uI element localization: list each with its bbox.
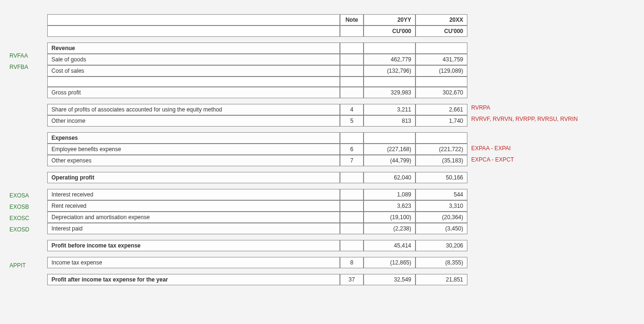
row-gross-profit: Gross profit 329,983 302,670 <box>47 87 467 98</box>
row-revenue-header: Revenue <box>47 43 467 54</box>
label: Interest received <box>47 189 340 200</box>
code-rvfba: RVFBA <box>5 61 47 73</box>
label: Interest paid <box>47 223 340 234</box>
financial-statement: RVFAA RVFBA <box>5 14 639 289</box>
statement-table: Note 20YY 20XX CU'000 CU'000 Revenue Sal… <box>47 14 467 285</box>
code-exosc: EXOSC <box>5 213 47 224</box>
code-expaa: EXPAA - EXPAI <box>471 143 578 154</box>
row-income-tax: Income tax expense 8 (12,865) (8,355) <box>47 257 467 268</box>
code-appit: APPIT <box>5 260 47 271</box>
label: Gross profit <box>47 87 340 98</box>
label-expenses: Expenses <box>47 132 340 144</box>
row-profit-before-tax: Profit before income tax expense 45,414 … <box>47 240 467 251</box>
code-expca: EXPCA - EXPCT <box>471 154 578 165</box>
label: Depreciation and amortisation expense <box>47 212 340 223</box>
label: Other income <box>47 115 340 127</box>
row-other-income: Other income 5 813 1,740 <box>47 115 467 127</box>
label: Income tax expense <box>47 257 340 268</box>
row-share-profits: Share of profits of associates accounted… <box>47 104 467 115</box>
label: Profit before income tax expense <box>47 240 340 251</box>
header-blank <box>47 14 340 26</box>
row-blank <box>47 77 467 87</box>
left-code-column: RVFAA RVFBA <box>5 14 47 289</box>
row-emp-benefits: Employee benefits expense 6 (227,168) (2… <box>47 144 467 155</box>
code-rvrpa: RVRPA <box>471 102 578 113</box>
code-rvfaa: RVFAA <box>5 50 47 61</box>
label-revenue: Revenue <box>47 43 340 54</box>
label: Share of profits of associates accounted… <box>47 104 340 115</box>
row-expenses-header: Expenses <box>47 132 467 144</box>
row-profit-after-tax: Profit after income tax expense for the … <box>47 274 467 285</box>
label: Cost of sales <box>47 65 340 77</box>
header-year2: 20XX <box>415 14 467 26</box>
code-exosb: EXOSB <box>5 201 47 213</box>
label: Profit after income tax expense for the … <box>47 274 340 285</box>
header-year1: 20YY <box>364 14 415 26</box>
header-note: Note <box>340 14 364 26</box>
row-operating-profit: Operating profit 62,040 50,166 <box>47 172 467 183</box>
row-cost-sales: Cost of sales (132,796) (129,089) <box>47 65 467 77</box>
header-unit2: CU'000 <box>415 26 467 37</box>
row-interest-paid: Interest paid (2,238) (3,450) <box>47 223 467 234</box>
header-unit1: CU'000 <box>364 26 415 37</box>
label: Other expenses <box>47 155 340 166</box>
label: Employee benefits expense <box>47 144 340 155</box>
row-dep-amort: Depreciation and amortisation expense (1… <box>47 212 467 223</box>
code-exosa: EXOSA <box>5 190 47 201</box>
header-row-1: Note 20YY 20XX <box>47 14 467 26</box>
label: Rent received <box>47 200 340 212</box>
statement-table-wrapper: Note 20YY 20XX CU'000 CU'000 Revenue Sal… <box>47 14 467 285</box>
code-rvrvf: RVRVF, RVRVN, RVRPP, RVRSU, RVRIN <box>471 113 578 125</box>
row-rent-received: Rent received 3,623 3,310 <box>47 200 467 212</box>
label: Operating profit <box>47 172 340 183</box>
label: Sale of goods <box>47 54 340 65</box>
code-exosd: EXOSD <box>5 224 47 235</box>
header-row-2: CU'000 CU'000 <box>47 26 467 37</box>
row-interest-received: Interest received 1,089 544 <box>47 189 467 200</box>
row-other-expenses: Other expenses 7 (44,799) (35,183) <box>47 155 467 166</box>
row-sale-goods: Sale of goods 462,779 431,759 <box>47 54 467 65</box>
right-code-column: RVRPA RVRVF, RVRVN, RVRPP, RVRSU, RVRIN … <box>467 14 578 165</box>
header-blank2 <box>47 26 340 37</box>
header-note-blank <box>340 26 364 37</box>
